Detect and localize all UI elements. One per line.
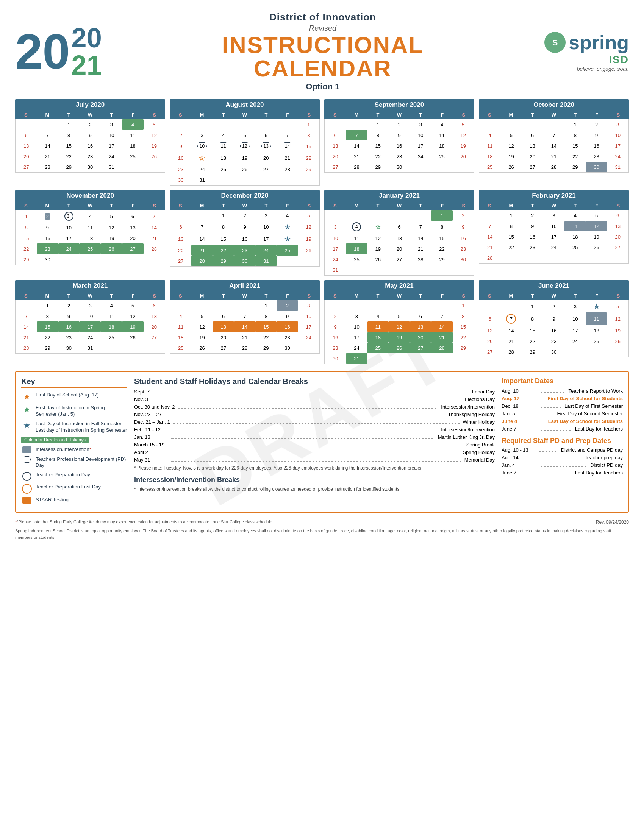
logo-tagline: believe. engage. soar.	[577, 66, 629, 72]
holiday-event-2: Intersession/Intervention	[441, 404, 495, 410]
aug13-hex: 13	[261, 142, 271, 150]
month-grid-may: 1 2345678 9101112131415 16171819202122 2…	[324, 300, 474, 364]
pd-row-0: Aug. 10 - 13 District and Campus PD day	[502, 447, 623, 453]
holiday-row-7: March 15 - 19 Spring Break	[134, 442, 495, 447]
pd-dots-2	[539, 466, 587, 467]
month-header-june: June 2021	[479, 280, 629, 291]
footer-note: **Please note that Spring Early College …	[15, 519, 274, 525]
month-october-2020: October 2020 SMTWTFS 123 45678910 111213…	[479, 99, 629, 185]
imp-event-2: Last Day of First Semester	[564, 403, 623, 409]
holiday-date-2: Oct. 30 and Nov. 2	[134, 404, 175, 410]
month-grid-september: 12345 6789101112 13141516171819 20212223…	[324, 119, 474, 173]
spring-isd-logo-icon: S	[544, 31, 566, 54]
month-grid-december: 12345 678910 ★ 11 12 1314151617 ★ 18 19 …	[170, 210, 320, 267]
imp-event-3: First Day of Second Semester	[557, 411, 623, 416]
month-august-2020: August 2020 SMTWTFS 1 2345678 9 10 11 12…	[170, 99, 320, 185]
pd-date-1: Aug. 14	[502, 455, 536, 460]
dec11-star: ★ 11	[277, 221, 298, 233]
key-icon-box-gray	[21, 446, 32, 453]
pd-date-3: June 7	[502, 470, 536, 476]
holiday-dots-1	[171, 400, 462, 401]
revised-label: Revised	[109, 24, 536, 32]
footer-employer: Spring Independent School District is an…	[15, 528, 629, 540]
holiday-row-1: Nov. 3 Elections Day	[134, 396, 495, 402]
month-days-header-may: SMTWTFS	[324, 291, 474, 300]
important-dates-title: Important Dates	[502, 377, 623, 385]
key-icon-circle-black	[21, 472, 32, 481]
holiday-date-3: Nov. 23 – 27	[134, 412, 168, 417]
june7-circle: 7	[501, 312, 522, 325]
circle-orange-icon	[22, 484, 32, 494]
holiday-row-6: Jan. 18 Martin Luther King Jr. Day	[134, 434, 495, 440]
holiday-date-9: May 31	[134, 457, 168, 463]
imp-event-5: Last Day for Teachers	[575, 426, 623, 432]
key-item-last-day-fall: ★ Last Day of Instruction in Fall Semest…	[21, 421, 127, 434]
key-label-pd-day: Teachers Professional Development (PD) D…	[35, 456, 127, 469]
imp-row-0: Aug. 10 Teachers Report to Work	[502, 388, 623, 394]
imp-date-0: Aug. 10	[502, 388, 536, 394]
holiday-event-5: Intersession/Intervention	[441, 427, 495, 433]
month-september-2020: September 2020 SMTWTFS 12345 6789101112 …	[324, 99, 474, 185]
holiday-date-6: Jan. 18	[134, 434, 168, 440]
district-title: District of Innovation	[109, 11, 536, 23]
pd-dots-0	[539, 451, 558, 452]
jan4-hex: 4	[346, 221, 367, 233]
intersession-note: * Intersession/Intervention breaks allow…	[134, 486, 495, 493]
holiday-row-9: May 31 Memorial Day	[134, 457, 495, 463]
holiday-dots-6	[171, 439, 435, 439]
june4-star: ★ 4	[586, 300, 607, 312]
holiday-event-3: Thanksgiving Holiday	[448, 412, 495, 417]
holiday-date-0: Sept. 7	[134, 389, 168, 394]
key-item-teacher-prep: Teacher Preparation Day	[21, 472, 127, 481]
month-grid-october: 123 45678910 11121314151617 181920212223…	[479, 119, 629, 173]
imp-dots-1	[539, 400, 544, 400]
imp-row-4: June 4 Last Day of School for Students	[502, 418, 623, 424]
header: 20 20 21 District of Innovation Revised …	[15, 8, 629, 95]
key-label-teacher-prep-last: Teacher Preparation Last Day	[35, 484, 101, 490]
key-title: Key	[21, 377, 127, 388]
key-icon-star-orange: ★	[21, 392, 32, 402]
month-days-header-april: SMTWTFS	[170, 291, 320, 300]
aug12-hex: 12	[240, 142, 250, 150]
holiday-row-2: Oct. 30 and Nov. 2 Intersession/Interven…	[134, 404, 495, 410]
key-label-teacher-prep: Teacher Preparation Day	[35, 472, 90, 478]
month-december-2020: December 2020 SMTWTFS 12345 678910 ★ 11 …	[170, 190, 320, 276]
holiday-event-9: Memorial Day	[464, 457, 495, 463]
month-header-april: April 2021	[170, 280, 320, 291]
key-label-last-day-fall: Last Day of Instruction in Fall Semester…	[35, 421, 127, 434]
holiday-date-7: March 15 - 19	[134, 442, 168, 447]
pd-row-1: Aug. 14 Teacher prep day	[502, 455, 623, 460]
key-label-spring-first: First day of Instruction in Spring Semes…	[35, 405, 127, 418]
holiday-event-8: Spring Holiday	[462, 449, 495, 455]
calendars-section: July 2020 SMTWTFS 12345 6789101112 13141…	[15, 99, 629, 364]
month-grid-november: 1 2 3* 4567 891011121314 15161718192021 …	[15, 210, 165, 265]
pd-dots-1	[539, 459, 582, 459]
hex-icon	[23, 456, 31, 463]
holiday-row-3: Nov. 23 – 27 Thanksgiving Holiday	[134, 412, 495, 417]
key-icon-star-green: ★	[21, 405, 32, 415]
month-march-2021: March 2021 SMTWTFS 123456 78910111213 14…	[15, 280, 165, 364]
key-item-teacher-prep-last: Teacher Preparation Last Day	[21, 484, 127, 494]
holiday-date-4: Dec. 21 – Jan. 1	[134, 419, 170, 425]
month-may-2021: May 2021 SMTWTFS 1 2345678 9101112131415…	[324, 280, 474, 364]
nov2: 2	[37, 210, 58, 222]
header-year: 20 20 21	[15, 24, 102, 79]
holiday-date-1: Nov. 3	[134, 396, 168, 402]
holiday-dots-0	[171, 393, 469, 393]
month-june-2021: June 2021 SMTWTFS 123 ★ 4 5 6 7 89101112…	[479, 280, 629, 364]
month-header-august: August 2020	[170, 99, 320, 111]
month-january-2021: January 2021 SMTWTFS 12 3 4 ★ 5 6789 101…	[324, 190, 474, 276]
staar-box	[23, 497, 31, 503]
imp-event-0: Teachers Report to Work	[568, 388, 623, 394]
imp-date-5: June 7	[502, 426, 536, 432]
pd-row-2: Jan. 4 District PD day	[502, 462, 623, 468]
month-grid-february: 123456 78910111213 14151617181920 212223…	[479, 210, 629, 264]
key-icon-box-green: Calendar Breaks and Holidays	[21, 437, 89, 443]
header-logo: S spring ISD believe. engage. soar.	[544, 31, 629, 72]
month-november-2020: November 2020 SMTWTFS 1 2 3* 4567 891011…	[15, 190, 165, 276]
holiday-dots-4	[173, 423, 460, 424]
logo-isd: ISD	[609, 54, 629, 66]
imp-row-3: Jan. 5 First Day of Second Semester	[502, 411, 623, 416]
holiday-dots-8	[171, 453, 459, 454]
holiday-event-4: Winter Holiday	[462, 419, 495, 425]
